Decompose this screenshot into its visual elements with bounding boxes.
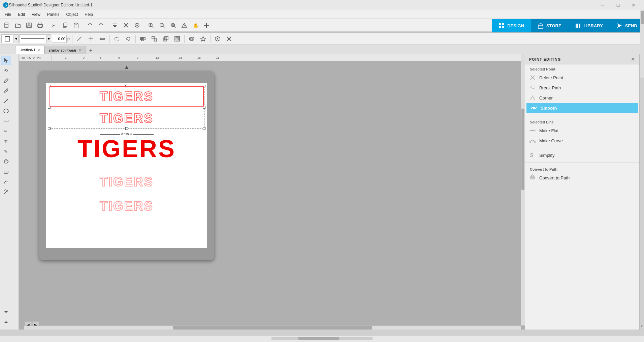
copy-button[interactable] xyxy=(60,20,70,30)
nav-tab-send[interactable]: SEND xyxy=(610,19,644,32)
right-panel: POINT EDITING ✕ Selected Point Delete Po… xyxy=(525,54,639,330)
expand-button[interactable] xyxy=(1,317,11,327)
nav-tab-library[interactable]: LIBRARY xyxy=(568,19,610,32)
point-editing-close-button[interactable]: ✕ xyxy=(631,57,635,62)
delete-point-row[interactable]: Delete Point xyxy=(525,73,639,83)
send-back-button[interactable] xyxy=(179,20,190,30)
menu-file[interactable]: File xyxy=(1,11,14,18)
group-btn[interactable] xyxy=(137,34,148,44)
pen-tool-button[interactable] xyxy=(1,76,11,85)
nav-tabs: DESIGN STORE LIBRARY SEND xyxy=(492,19,644,32)
panel-scroll-thumb-1[interactable] xyxy=(641,11,644,24)
new-button[interactable] xyxy=(1,20,12,30)
print-button[interactable] xyxy=(35,20,45,30)
draw-line-button[interactable] xyxy=(1,177,11,187)
break-path-row[interactable]: Break Path xyxy=(525,83,639,93)
align-button[interactable] xyxy=(109,20,120,30)
combine-btn[interactable] xyxy=(186,34,197,44)
menu-panels[interactable]: Panels xyxy=(44,11,63,18)
svg-text:✋: ✋ xyxy=(193,23,198,28)
horizontal-scrollbar[interactable] xyxy=(24,325,521,330)
doc-tab-untitled[interactable]: Untitled-1 ✕ xyxy=(15,46,44,54)
save-button[interactable] xyxy=(24,20,34,30)
panel-scrollbar-1[interactable] xyxy=(640,10,644,78)
paste-button[interactable] xyxy=(71,20,82,30)
line-draw-button[interactable] xyxy=(1,96,11,106)
canvas-v-scroll-thumb[interactable] xyxy=(521,109,524,190)
close-button[interactable]: ✕ xyxy=(626,0,641,10)
pan-button[interactable]: ✋ xyxy=(190,20,201,30)
cut-button[interactable]: ✂ xyxy=(49,20,59,30)
undo-button[interactable] xyxy=(85,20,95,30)
rotate-tool-button[interactable] xyxy=(1,66,11,75)
arrange2-btn[interactable] xyxy=(172,34,183,44)
convert-to-path-icon xyxy=(528,174,537,182)
maximize-button[interactable]: □ xyxy=(610,0,626,10)
shape-selector[interactable] xyxy=(1,34,13,43)
doc-tab-add-button[interactable]: + xyxy=(87,47,94,54)
eraser-button[interactable] xyxy=(1,167,11,176)
rule-tool-button[interactable] xyxy=(1,116,11,126)
close-path-btn[interactable] xyxy=(224,34,234,44)
add-point-button[interactable] xyxy=(86,34,96,44)
minimize-button[interactable]: ─ xyxy=(595,0,610,10)
canvas-vertical-scrollbar[interactable] xyxy=(521,54,525,325)
make-curve-row[interactable]: Make Curve xyxy=(525,136,639,146)
svg-line-87 xyxy=(4,191,7,194)
doc-tab-shelby[interactable]: shelby spiritwear ✕ xyxy=(44,46,86,54)
status-scroll-thumb[interactable] xyxy=(298,337,339,340)
magic-wand-button[interactable] xyxy=(1,187,11,197)
add-button[interactable] xyxy=(201,20,212,30)
point-edit-button[interactable] xyxy=(1,157,11,166)
zoom-in-button[interactable] xyxy=(146,20,156,30)
nav-tab-library-label: LIBRARY xyxy=(584,23,603,28)
special-btn[interactable] xyxy=(198,34,208,44)
right-edge-scrollbar[interactable]: ▲ ▼ xyxy=(639,54,644,330)
menu-view[interactable]: View xyxy=(28,11,44,18)
line-tool-button[interactable] xyxy=(74,34,85,44)
simplify-row[interactable]: S Simplify xyxy=(525,150,639,160)
rotate-skew-button[interactable] xyxy=(123,34,134,44)
text-tool-button[interactable]: T xyxy=(1,137,11,146)
delete-button[interactable] xyxy=(121,20,131,30)
stroke-width-input[interactable] xyxy=(52,35,67,43)
edit-text-button[interactable]: ✎ xyxy=(1,147,11,156)
line-style-selector[interactable] xyxy=(19,34,46,43)
toolbar2-sep4 xyxy=(184,35,185,43)
doc-tab-untitled-close[interactable]: ✕ xyxy=(37,48,40,52)
select-tool-button[interactable] xyxy=(1,56,11,65)
ellipse-tool-button[interactable] xyxy=(1,106,11,116)
menu-edit[interactable]: Edit xyxy=(14,11,28,18)
svg-line-50 xyxy=(77,37,82,41)
corner-row[interactable]: Corner xyxy=(525,93,639,103)
texture-btn[interactable] xyxy=(212,34,223,44)
arrange1-btn[interactable] xyxy=(160,34,171,44)
line-style-dropdown-arrow[interactable]: ▾ xyxy=(46,34,51,43)
zoom-fit-button[interactable] xyxy=(168,20,179,30)
nav-tab-store[interactable]: STORE xyxy=(531,19,568,32)
h-scroll-thumb[interactable] xyxy=(173,326,372,330)
menu-object[interactable]: Object xyxy=(63,11,82,18)
ungroup-btn[interactable] xyxy=(149,34,160,44)
status-scrollbar[interactable] xyxy=(271,337,373,340)
make-flat-row[interactable]: Make Flat xyxy=(525,125,639,136)
group-button[interactable] xyxy=(132,20,142,30)
nav-tab-design[interactable]: DESIGN xyxy=(492,19,531,32)
doc-tab-shelby-close[interactable]: ✕ xyxy=(78,48,81,52)
open-button[interactable] xyxy=(12,20,23,30)
delete-segment-button[interactable] xyxy=(97,34,108,44)
bounding-box-button[interactable] xyxy=(111,34,122,44)
shape-dropdown-arrow[interactable]: ▾ xyxy=(14,34,19,43)
redo-button[interactable] xyxy=(96,20,106,30)
scroll-down-button[interactable] xyxy=(1,307,11,317)
menu-help[interactable]: Help xyxy=(81,11,96,18)
canvas-area[interactable]: -9 -6 -3 0 3 6 9 12 15 18 21 -10.305 : 2… xyxy=(12,54,525,330)
smooth-row[interactable]: Smooth xyxy=(526,103,638,113)
cut-tool-button[interactable]: ✂ xyxy=(1,126,11,136)
convert-to-path-row[interactable]: Convert to Path xyxy=(525,173,639,183)
brush-tool-button[interactable] xyxy=(1,86,11,95)
zoom-out-button[interactable] xyxy=(157,20,167,30)
edge-scroll-down[interactable]: ▼ xyxy=(640,323,644,330)
nav-tab-store-label: STORE xyxy=(546,23,561,28)
window-controls: ─ □ ✕ xyxy=(595,0,641,10)
